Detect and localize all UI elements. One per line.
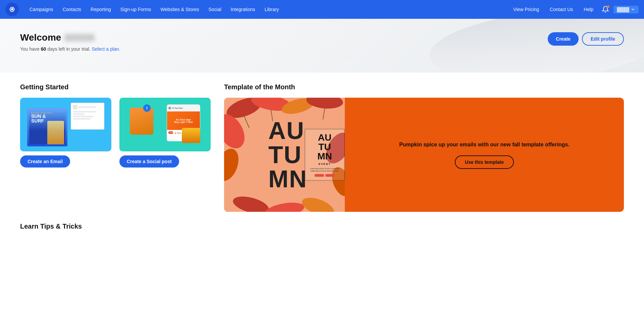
email-mock: Summer Collection SUN &SURF [27, 103, 104, 146]
nav-link-websites[interactable]: Websites & Stores [157, 5, 203, 14]
hero-section: Welcome You have 60 days left in your tr… [0, 19, 644, 73]
template-image-side: AUTUMN AUTUMN EVENT Lorem ipsum dolor si… [224, 98, 345, 212]
autumn-event-box: AUTUMN EVENT Lorem ipsum dolor sit amet … [305, 129, 345, 181]
social-post-main-image: It's Taco Day!Buy 1 get 1 Taco [167, 111, 200, 130]
svg-point-8 [231, 193, 271, 212]
nav-links: Campaigns Contacts Reporting Sign-up For… [25, 5, 509, 14]
event-label: EVENT [308, 162, 341, 165]
svg-point-4 [280, 98, 316, 117]
nav-link-social[interactable]: Social [205, 5, 225, 14]
email-card-image: Summer Collection SUN &SURF [20, 98, 111, 151]
svg-point-6 [224, 109, 250, 153]
social-card: f It's Taco Day! It's Taco Day!Buy 1 get… [119, 98, 211, 168]
nav-link-library[interactable]: Library [261, 5, 283, 14]
username-blurred [64, 34, 95, 41]
svg-line-15 [323, 108, 325, 120]
autumn-background: AUTUMN AUTUMN EVENT Lorem ipsum dolor si… [224, 98, 345, 212]
food-thumbnail [182, 128, 200, 143]
welcome-text: Welcome [20, 32, 61, 43]
nav-link-campaigns[interactable]: Campaigns [25, 5, 57, 14]
nav-view-pricing[interactable]: View Pricing [509, 5, 543, 14]
user-avatar[interactable]: ████ [613, 6, 639, 13]
template-info-side: Pumpkin spice up your emails with our ne… [345, 98, 624, 212]
svg-point-5 [306, 98, 343, 110]
svg-point-3 [250, 98, 292, 113]
nav-link-signup-forms[interactable]: Sign-up Forms [116, 5, 155, 14]
social-post-header: It's Taco Day! [167, 105, 200, 111]
svg-point-9 [263, 200, 305, 212]
hero-title: Welcome [20, 32, 624, 43]
email-preview-panel [71, 103, 104, 130]
getting-started-section: Getting Started Summer Collection SUN &S… [20, 83, 211, 168]
svg-point-1 [11, 8, 13, 11]
template-card: AUTUMN AUTUMN EVENT Lorem ipsum dolor si… [224, 98, 624, 212]
getting-started-title: Getting Started [20, 83, 211, 91]
template-of-month-section: Template of the Month [224, 83, 624, 212]
nav-link-integrations[interactable]: Integrations [227, 5, 259, 14]
nav-link-contacts[interactable]: Contacts [59, 5, 85, 14]
food-image [130, 108, 153, 135]
getting-started-cards: Summer Collection SUN &SURF [20, 98, 211, 168]
create-email-button[interactable]: Create an Email [20, 155, 70, 168]
learn-tips-title: Learn Tips & Tricks [20, 223, 624, 230]
learn-tips-section: Learn Tips & Tricks [20, 223, 624, 230]
two-column-layout: Getting Started Summer Collection SUN &S… [20, 83, 624, 212]
nav-help[interactable]: Help [580, 5, 597, 14]
trial-message: You have 60 days left in your trial. Sel… [20, 46, 624, 52]
facebook-badge: f [143, 104, 151, 112]
main-content: Getting Started Summer Collection SUN &S… [0, 73, 644, 248]
svg-point-7 [224, 146, 243, 184]
logo[interactable] [5, 3, 19, 16]
nav-right: View Pricing Contact Us Help ████ [509, 4, 639, 15]
social-card-image: f It's Taco Day! It's Taco Day!Buy 1 get… [119, 98, 211, 151]
use-template-button[interactable]: Use this template [455, 155, 514, 169]
trial-prefix: You have [20, 46, 41, 52]
nav-link-reporting[interactable]: Reporting [87, 5, 115, 14]
create-social-post-button[interactable]: Create a Social post [119, 155, 179, 168]
hero-content: Welcome You have 60 days left in your tr… [20, 32, 624, 52]
email-surf-image: Summer Collection SUN &SURF [27, 108, 67, 146]
trial-suffix: days left in your trial. [46, 46, 90, 52]
trial-days: 60 [41, 46, 46, 52]
nav-contact-us[interactable]: Contact Us [546, 5, 577, 14]
select-plan-link[interactable]: Select a plan. [92, 46, 120, 52]
social-mock: f It's Taco Day! It's Taco Day!Buy 1 get… [126, 103, 204, 146]
svg-point-10 [300, 194, 336, 212]
notification-bell[interactable] [600, 4, 611, 15]
navbar: Campaigns Contacts Reporting Sign-up For… [0, 0, 644, 19]
template-description: Pumpkin spice up your emails with our ne… [399, 141, 570, 149]
email-card: Summer Collection SUN &SURF [20, 98, 111, 168]
avatar-text: ████ [617, 7, 629, 12]
svg-line-13 [244, 116, 249, 128]
svg-point-2 [224, 98, 264, 122]
template-section-title: Template of the Month [224, 83, 624, 91]
